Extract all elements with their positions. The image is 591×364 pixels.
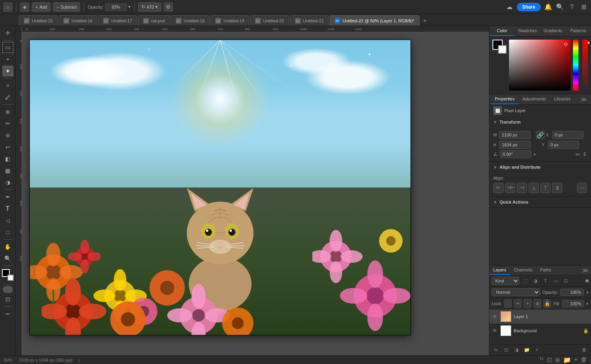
tab-untitled15[interactable]: ps Untitled-15 (19, 15, 58, 25)
blend-mode-select[interactable]: Normal (492, 288, 540, 296)
layers-panel-expand[interactable]: ≫ (580, 266, 591, 275)
tab-properties[interactable]: Properties (491, 94, 518, 104)
tab-patterns[interactable]: Patterns (565, 26, 591, 36)
add-mask-button[interactable]: ⊡ (502, 346, 511, 354)
opacity-dropdown[interactable]: ▾ (128, 4, 131, 9)
home-icon[interactable]: ⌂ (3, 2, 13, 12)
angle-input[interactable] (500, 150, 531, 158)
layer-item-background[interactable]: 👁 Background 🔒 (489, 324, 591, 338)
marquee-tool[interactable]: ▭ (2, 42, 13, 53)
tab-untitled19[interactable]: ps Untitled-19 (210, 15, 249, 25)
lock-artboard-button[interactable]: + (524, 299, 531, 308)
layer-adjust-icon[interactable]: ◑ (531, 277, 540, 285)
layer-visibility-icon[interactable]: 👁 (492, 313, 498, 320)
layer-smart-icon[interactable]: ⊡ (562, 277, 570, 285)
status-btn-trash[interactable]: 🗑 (581, 356, 587, 364)
canvas-viewport[interactable]: ✦ ✦ ✦ ✦ (22, 32, 489, 355)
flip-v-icon[interactable]: ⇕ (582, 151, 587, 157)
panel-expand-button[interactable]: ≫ (578, 94, 589, 104)
distribute-right-button[interactable]: ⊻ (552, 183, 562, 193)
fill-input[interactable] (562, 300, 584, 307)
gradient-tool[interactable]: ▦ (2, 165, 13, 176)
align-right-button[interactable]: ⊣ (517, 183, 527, 193)
search-icon[interactable]: 🔍 (556, 3, 564, 11)
quick-actions-header[interactable]: ▼ Quick Actions (489, 197, 591, 207)
text-tool[interactable]: T (2, 203, 13, 214)
eyedropper-tool[interactable]: 🖉 (2, 92, 13, 103)
hue-strip[interactable] (573, 40, 578, 91)
clone-tool[interactable]: ⊜ (2, 130, 13, 141)
layer-visibility-icon[interactable]: 👁 (492, 328, 498, 334)
y-input[interactable] (548, 141, 579, 149)
transform-section-header[interactable]: ▼ Transform (489, 116, 591, 127)
canvas-document[interactable]: ✦ ✦ ✦ ✦ (30, 40, 410, 335)
status-arrow[interactable]: › (78, 358, 80, 362)
layer-item-layer1[interactable]: 👁 Layer 1 (489, 309, 591, 324)
move-tool[interactable]: ✛ (2, 27, 13, 38)
layer-type-icon-btn[interactable]: T (541, 277, 550, 285)
tab-untitled17[interactable]: ps Untitled-17 (98, 15, 137, 25)
status-btn-new[interactable]: ⊕ (555, 356, 560, 364)
more-tools-button[interactable]: ••• (2, 308, 13, 319)
layer-pixel-icon[interactable]: ⬚ (521, 277, 529, 285)
settings-icon[interactable]: ⚙ (164, 2, 173, 12)
layer-opacity-input[interactable] (560, 289, 584, 296)
new-layer-button[interactable]: + (533, 346, 541, 354)
color-gradient[interactable] (509, 40, 571, 91)
align-section-header[interactable]: ▼ Align and Distribute (489, 162, 591, 173)
link-wh-icon[interactable]: 🔗 (536, 131, 545, 139)
shape-tool[interactable]: □ (2, 227, 13, 238)
tab-layers[interactable]: Layers (489, 266, 510, 275)
eraser-tool[interactable]: ◧ (2, 153, 13, 164)
more-align-button[interactable]: ⋯ (577, 183, 587, 193)
add-button[interactable]: + Add (32, 2, 51, 12)
quick-mask-tool[interactable] (3, 286, 13, 293)
opacity-dropdown-arrow[interactable]: ▾ (586, 290, 589, 295)
status-btn-mask[interactable]: ⊡ (547, 356, 552, 364)
align-left-button[interactable]: ⊢ (493, 183, 503, 193)
tab-gradients[interactable]: Gradients (540, 26, 566, 36)
flip-h-icon[interactable]: ⇔ (575, 151, 580, 157)
zoom-tool[interactable]: 🔍 (2, 253, 13, 264)
crop-tool[interactable]: ⌗ (2, 80, 13, 91)
healing-tool[interactable]: ⊕ (2, 106, 13, 117)
screen-mode-tool[interactable]: ⊡ (2, 294, 13, 305)
alpha-strip[interactable] (582, 40, 588, 91)
tab-catpsd[interactable]: ps cat.psd (138, 15, 170, 25)
lock-position-button[interactable]: ✏ (514, 299, 522, 308)
hand-tool[interactable]: ✋ (2, 241, 13, 252)
opacity-value[interactable]: 93% (105, 4, 127, 11)
bell-icon[interactable]: 🔔 (544, 3, 553, 11)
magic-wand-tool[interactable]: ✦ (2, 66, 13, 76)
tab-swatches[interactable]: Swatches (515, 26, 540, 36)
tab-untitled22[interactable]: ps Untitled-22 @ 50% (Layer 1, RGB/8)* (330, 15, 420, 25)
width-input[interactable] (499, 131, 531, 139)
tab-paths[interactable]: Paths (536, 266, 555, 275)
background-color[interactable] (7, 275, 14, 281)
dodge-tool[interactable]: ◑ (2, 177, 13, 188)
tab-untitled21[interactable]: ps Untitled-21 (290, 15, 329, 25)
delete-layer-button[interactable]: 🗑 (580, 346, 589, 354)
layer-kind-select[interactable]: Kind (492, 277, 519, 285)
help-icon[interactable]: ? (567, 3, 576, 11)
cloud-icon[interactable]: ☁ (505, 3, 514, 11)
path-select-tool[interactable]: ◁ (2, 215, 13, 226)
status-btn-fx[interactable]: fx (540, 356, 544, 364)
lock-move-button[interactable]: ⊕ (534, 299, 541, 308)
add-adjustment-button[interactable]: ◑ (512, 346, 521, 354)
tab-adjustments[interactable]: Adjustments (518, 94, 550, 104)
workspace-icon[interactable]: ⊞ (579, 3, 588, 11)
share-button[interactable]: Share (517, 3, 541, 11)
layer-shape-icon[interactable]: ▭ (551, 277, 560, 285)
distribute-center-button[interactable]: ⊤ (540, 183, 551, 193)
add-fx-button[interactable]: fx (492, 346, 500, 354)
lock-all-button[interactable]: 🔒 (544, 299, 551, 308)
angle-control[interactable]: ↻ 470 ▾ (138, 2, 161, 12)
tab-color[interactable]: Color (489, 26, 515, 36)
angle-dropdown[interactable]: ▾ (534, 152, 536, 157)
background-swatch[interactable] (498, 45, 507, 54)
tab-untitled16[interactable]: ps Untitled-16 (58, 15, 97, 25)
align-center-h-button[interactable]: ⊣⊢ (505, 183, 515, 193)
tab-untitled18[interactable]: ps Untitled-18 (171, 15, 210, 25)
subtract-button[interactable]: − Subtract (53, 2, 80, 12)
